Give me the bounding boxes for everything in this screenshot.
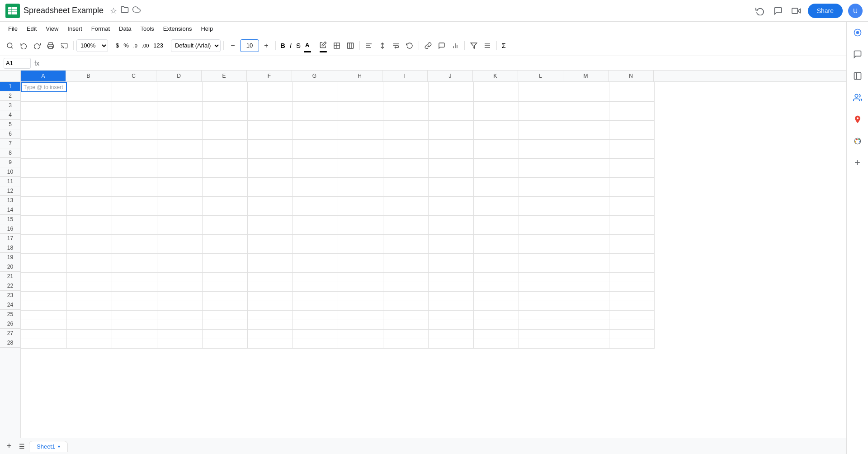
cell-i12[interactable]	[383, 187, 428, 196]
cell-k27[interactable]	[473, 329, 519, 339]
functions-button[interactable]: Σ	[500, 39, 507, 52]
cell-n14[interactable]	[609, 206, 654, 215]
cell-c12[interactable]	[112, 187, 157, 196]
col-header-h[interactable]: H	[337, 71, 382, 81]
cell-e20[interactable]	[202, 263, 247, 272]
cell-i5[interactable]	[383, 120, 428, 130]
row-num-24[interactable]: 24	[0, 300, 20, 310]
cell-b9[interactable]	[66, 158, 112, 168]
cell-k10[interactable]	[473, 168, 519, 177]
cell-h9[interactable]	[338, 158, 383, 168]
percent-button[interactable]: %	[122, 39, 131, 52]
cell-m24[interactable]	[564, 301, 609, 310]
cell-f2[interactable]	[247, 92, 292, 101]
cell-l13[interactable]	[519, 196, 564, 206]
cell-j13[interactable]	[428, 196, 473, 206]
cell-n16[interactable]	[609, 225, 654, 234]
cell-h15[interactable]	[338, 215, 383, 225]
cell-b25[interactable]	[66, 310, 112, 320]
cell-h17[interactable]	[338, 234, 383, 244]
cell-f19[interactable]	[247, 253, 292, 263]
cell-n23[interactable]	[609, 291, 654, 301]
cell-l4[interactable]	[519, 111, 564, 120]
cell-g2[interactable]	[292, 92, 338, 101]
cell-k26[interactable]	[473, 320, 519, 329]
row-num-20[interactable]: 20	[0, 262, 20, 272]
cell-m25[interactable]	[564, 310, 609, 320]
cell-k19[interactable]	[473, 253, 519, 263]
cell-a1[interactable]: Type @ to insert	[21, 82, 66, 92]
cell-g25[interactable]	[292, 310, 338, 320]
cell-a12[interactable]	[21, 187, 66, 196]
row-num-16[interactable]: 16	[0, 224, 20, 234]
cell-c22[interactable]	[112, 282, 157, 291]
cell-n27[interactable]	[609, 329, 654, 339]
row-num-21[interactable]: 21	[0, 272, 20, 281]
merge-cells-button[interactable]	[344, 39, 357, 52]
cell-g9[interactable]	[292, 158, 338, 168]
cell-f23[interactable]	[247, 291, 292, 301]
cell-l28[interactable]	[519, 339, 564, 348]
menu-format[interactable]: Format	[87, 24, 114, 34]
cell-k18[interactable]	[473, 244, 519, 253]
cell-g27[interactable]	[292, 329, 338, 339]
cell-e7[interactable]	[202, 139, 247, 149]
cell-i22[interactable]	[383, 282, 428, 291]
row-num-15[interactable]: 15	[0, 215, 20, 224]
cell-j5[interactable]	[428, 120, 473, 130]
cell-f20[interactable]	[247, 263, 292, 272]
font-size-increase-button[interactable]: +	[260, 39, 273, 52]
cell-d20[interactable]	[157, 263, 202, 272]
cell-d23[interactable]	[157, 291, 202, 301]
cell-d5[interactable]	[157, 120, 202, 130]
cell-l5[interactable]	[519, 120, 564, 130]
cell-f7[interactable]	[247, 139, 292, 149]
row-num-10[interactable]: 10	[0, 167, 20, 177]
cell-c21[interactable]	[112, 272, 157, 282]
share-button[interactable]: Share	[808, 4, 843, 18]
print-button[interactable]	[44, 39, 57, 52]
cell-n19[interactable]	[609, 253, 654, 263]
cell-e26[interactable]	[202, 320, 247, 329]
cell-e11[interactable]	[202, 177, 247, 187]
row-num-3[interactable]: 3	[0, 101, 20, 110]
cell-g4[interactable]	[292, 111, 338, 120]
cell-k6[interactable]	[473, 130, 519, 139]
cell-k15[interactable]	[473, 215, 519, 225]
cell-f13[interactable]	[247, 196, 292, 206]
cell-f18[interactable]	[247, 244, 292, 253]
cell-c14[interactable]	[112, 206, 157, 215]
cell-c26[interactable]	[112, 320, 157, 329]
cell-i28[interactable]	[383, 339, 428, 348]
col-header-e[interactable]: E	[202, 71, 247, 81]
col-header-d[interactable]: D	[156, 71, 202, 81]
maps-icon[interactable]	[850, 112, 865, 127]
star-icon[interactable]: ☆	[110, 6, 117, 16]
font-size-decrease-button[interactable]: −	[226, 39, 239, 52]
cell-b12[interactable]	[66, 187, 112, 196]
cell-d11[interactable]	[157, 177, 202, 187]
cell-j23[interactable]	[428, 291, 473, 301]
cell-k11[interactable]	[473, 177, 519, 187]
insert-comment-button[interactable]	[435, 39, 448, 52]
user-avatar[interactable]: U	[848, 4, 863, 18]
cell-ref-input[interactable]	[4, 58, 31, 69]
cell-d22[interactable]	[157, 282, 202, 291]
row-num-18[interactable]: 18	[0, 243, 20, 253]
cell-c23[interactable]	[112, 291, 157, 301]
cell-h27[interactable]	[338, 329, 383, 339]
row-num-12[interactable]: 12	[0, 186, 20, 196]
cell-j25[interactable]	[428, 310, 473, 320]
cell-g19[interactable]	[292, 253, 338, 263]
cell-c8[interactable]	[112, 149, 157, 158]
cell-a17[interactable]	[21, 234, 66, 244]
menu-insert[interactable]: Insert	[63, 24, 87, 34]
cell-f14[interactable]	[247, 206, 292, 215]
more-formats-button[interactable]: 123	[151, 39, 165, 52]
cell-j3[interactable]	[428, 101, 473, 111]
cell-i18[interactable]	[383, 244, 428, 253]
cell-n15[interactable]	[609, 215, 654, 225]
cell-n4[interactable]	[609, 111, 654, 120]
cell-k14[interactable]	[473, 206, 519, 215]
cell-f22[interactable]	[247, 282, 292, 291]
